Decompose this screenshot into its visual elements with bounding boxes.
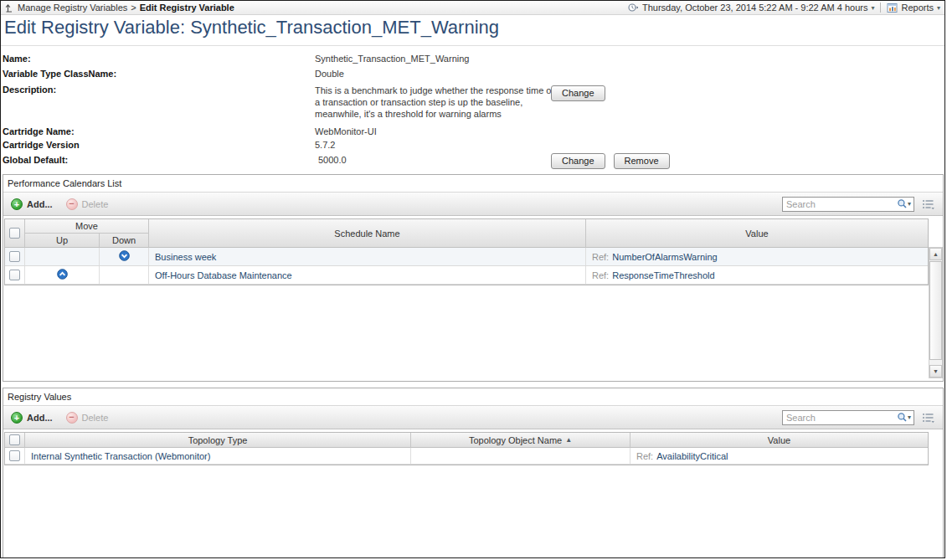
move-up-header: Up (25, 234, 100, 248)
performance-calendars-title: Performance Calendars List (3, 175, 943, 193)
ref-prefix: Ref: (592, 252, 609, 262)
reports-label: Reports (901, 3, 934, 13)
form-row-variable-type: Variable Type ClassName: Double (3, 69, 944, 80)
registry-values-panel: Registry Values + Add... − Delete ▾ (3, 388, 944, 558)
select-all-checkbox[interactable] (9, 434, 20, 445)
schedule-name-cell: Business week (149, 248, 586, 265)
change-global-default-button[interactable]: Change (551, 153, 605, 169)
move-down-cell (100, 248, 149, 265)
remove-global-default-button[interactable]: Remove (614, 153, 670, 169)
delete-icon: − (66, 412, 78, 424)
calendars-table-header: Move Up Down Schedule Name Value (5, 219, 928, 248)
form-row-description: Description: This is a benchmark to judg… (3, 85, 944, 96)
change-description-button[interactable]: Change (551, 85, 605, 101)
search-icon[interactable] (897, 412, 908, 423)
table-customizer-icon[interactable] (922, 198, 935, 210)
cartridge-version-value: 5.7.2 (315, 140, 335, 150)
add-calendar-button[interactable]: + Add... (11, 198, 53, 210)
delete-calendar-button[interactable]: − Delete (66, 198, 109, 210)
top-bar-right: Thursday, October 23, 2014 5:22 AM - 9:2… (628, 3, 940, 13)
ref-value-link[interactable]: ResponseTimeThreshold (612, 270, 714, 280)
schedule-name-header[interactable]: Schedule Name (149, 219, 586, 248)
variable-type-label: Variable Type ClassName: (3, 69, 116, 79)
delete-calendar-label: Delete (82, 199, 109, 209)
name-value: Synthetic_Transaction_MET_Warning (315, 54, 469, 64)
page-title: Edit Registry Variable: Synthetic_Transa… (4, 17, 499, 39)
add-calendar-label: Add... (27, 199, 53, 209)
topology-object-name-header[interactable]: Topology Object Name ▲ (411, 433, 630, 448)
scrollbar-thumb[interactable] (929, 261, 942, 360)
registry-toolbar: + Add... − Delete ▾ (3, 406, 943, 429)
scroll-up-button[interactable]: ▲ (929, 248, 942, 260)
reports-icon (887, 3, 898, 13)
row-checkbox[interactable] (9, 450, 20, 461)
select-all-cell (5, 433, 25, 448)
calendar-row-business-week[interactable]: Business week Ref: NumberOfAlarmsWarning (5, 248, 928, 266)
form-row-name: Name: Synthetic_Transaction_MET_Warning (3, 54, 944, 65)
calendar-row-off-hours[interactable]: Off-Hours Database Maintenance Ref: Resp… (5, 266, 928, 285)
add-icon: + (11, 412, 23, 424)
sort-ascending-icon: ▲ (565, 436, 572, 444)
time-range-selector[interactable]: Thursday, October 23, 2014 5:22 AM - 9:2… (628, 3, 874, 13)
performance-calendars-panel: Performance Calendars List + Add... − De… (3, 174, 944, 382)
search-options-caret-icon[interactable]: ▾ (908, 200, 911, 208)
ref-prefix: Ref: (592, 270, 609, 280)
row-checkbox[interactable] (9, 270, 20, 280)
time-range-icon (628, 3, 639, 13)
cartridge-name-label: Cartridge Name: (3, 126, 75, 136)
global-default-label: Global Default: (3, 155, 68, 165)
registry-row-internal-synthetic-transaction[interactable]: Internal Synthetic Transaction (Webmonit… (5, 448, 928, 465)
row-checkbox-cell (5, 266, 25, 284)
topology-type-header[interactable]: Topology Type (25, 433, 411, 448)
delete-icon: − (66, 198, 78, 210)
scroll-down-button[interactable]: ▼ (929, 365, 942, 378)
ref-value-link[interactable]: NumberOfAlarmsWarning (612, 252, 718, 262)
add-icon: + (11, 198, 23, 210)
move-down-header: Down (100, 234, 149, 248)
chevron-down-icon: ▾ (871, 4, 874, 12)
add-registry-value-button[interactable]: + Add... (11, 412, 53, 424)
registry-variable-form: Name: Synthetic_Transaction_MET_Warning … (1, 51, 944, 174)
table-customizer-icon[interactable] (922, 412, 935, 424)
form-row-cartridge-version: Cartridge Version 5.7.2 (3, 140, 944, 152)
registry-value-header[interactable]: Value (630, 433, 928, 448)
registry-search-box: ▾ (782, 410, 914, 425)
value-header[interactable]: Value (586, 219, 928, 248)
topbar-divider (880, 3, 881, 13)
cartridge-version-label: Cartridge Version (3, 140, 80, 150)
reports-menu[interactable]: Reports ▾ (887, 3, 940, 13)
registry-search-input[interactable] (786, 413, 897, 423)
topology-type-cell: Internal Synthetic Transaction (Webmonit… (25, 448, 411, 464)
breadcrumb-parent-link[interactable]: Manage Registry Variables (18, 3, 127, 13)
top-bar: Manage Registry Variables > Edit Registr… (1, 1, 944, 15)
breadcrumb-up-icon (5, 3, 14, 13)
ref-value-link[interactable]: AvailabilityCritical (656, 451, 728, 461)
topology-object-name-label: Topology Object Name (469, 435, 562, 445)
delete-registry-value-label: Delete (82, 413, 109, 423)
move-up-icon[interactable] (57, 269, 68, 281)
description-value: This is a benchmark to judge whether the… (315, 85, 554, 120)
add-registry-value-label: Add... (27, 413, 53, 423)
description-label: Description: (3, 85, 56, 95)
calendars-vertical-scrollbar[interactable]: ▲ ▼ (929, 247, 943, 378)
cartridge-name-value: WebMonitor-UI (315, 126, 377, 136)
search-options-caret-icon[interactable]: ▾ (908, 414, 911, 421)
row-checkbox-cell (5, 248, 25, 265)
global-default-value: 5000.0 (318, 155, 347, 165)
move-down-icon[interactable] (119, 250, 130, 263)
calendars-search-input[interactable] (786, 199, 897, 209)
value-cell: Ref: AvailabilityCritical (630, 448, 928, 464)
form-row-cartridge-name: Cartridge Name: WebMonitor-UI (3, 126, 944, 138)
search-icon[interactable] (897, 198, 908, 209)
value-cell: Ref: NumberOfAlarmsWarning (586, 248, 928, 265)
move-up-cell (25, 266, 100, 284)
breadcrumb-current: Edit Registry Variable (140, 3, 234, 13)
delete-registry-value-button[interactable]: − Delete (66, 412, 109, 424)
row-checkbox[interactable] (9, 251, 20, 262)
ref-prefix: Ref: (636, 451, 653, 461)
variable-type-value: Double (315, 69, 344, 79)
chevron-down-icon: ▾ (937, 4, 940, 12)
select-all-checkbox[interactable] (9, 228, 20, 239)
global-default-buttons: Change Remove (551, 153, 670, 169)
breadcrumb: Manage Registry Variables > Edit Registr… (5, 3, 234, 13)
